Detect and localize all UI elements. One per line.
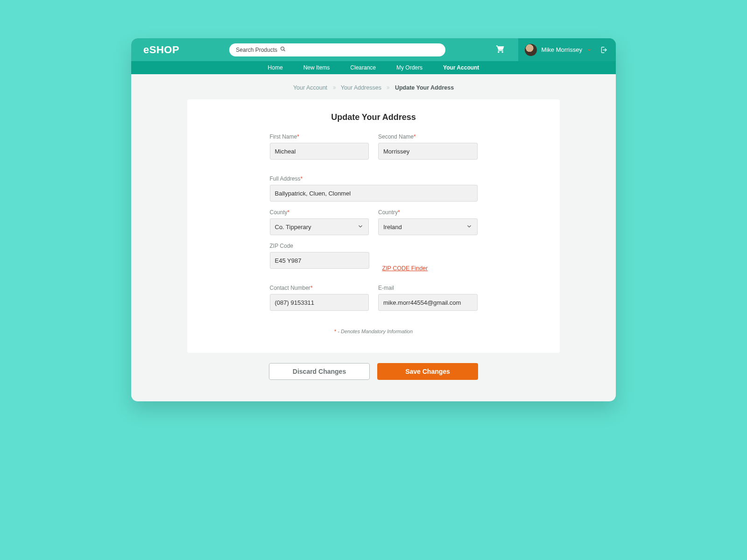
- full-address-field[interactable]: Ballypatrick, Cluen, Clonmel: [270, 185, 478, 202]
- nav-my-orders[interactable]: My Orders: [396, 64, 423, 71]
- search-icon: [277, 46, 286, 53]
- form-title: Update Your Address: [215, 112, 532, 122]
- nav-your-account[interactable]: Your Account: [443, 64, 479, 71]
- country-select[interactable]: Ireland: [378, 218, 478, 235]
- first-name-label: First Name*: [270, 133, 369, 140]
- user-menu[interactable]: Mike Morrissey: [518, 38, 616, 61]
- chevron-right-icon: [332, 85, 337, 91]
- second-name-field[interactable]: Morrissey: [378, 143, 478, 160]
- crumb-your-account[interactable]: Your Account: [293, 84, 327, 91]
- nav-new-items[interactable]: New Items: [303, 64, 330, 71]
- chevron-down-icon: [466, 223, 472, 231]
- chevron-right-icon: [386, 85, 390, 91]
- discard-button[interactable]: Discard Changes: [269, 363, 370, 380]
- search-placeholder: Search Products: [236, 47, 277, 53]
- form-actions: Discard Changes Save Changes: [131, 363, 616, 380]
- logout-icon[interactable]: [600, 46, 607, 54]
- svg-point-0: [281, 47, 284, 50]
- search-input[interactable]: Search Products: [229, 43, 445, 56]
- email-field[interactable]: mike.morr44554@gmail.com: [378, 294, 478, 311]
- contact-field[interactable]: (087) 9153311: [270, 294, 369, 311]
- zip-finder-link[interactable]: ZIP CODE Finder: [382, 265, 428, 276]
- save-button[interactable]: Save Changes: [377, 363, 478, 380]
- mandatory-note: * - Denotes Mandatory Information: [270, 329, 478, 334]
- nav-clearance[interactable]: Clearance: [350, 64, 376, 71]
- crumb-your-addresses[interactable]: Your Addresses: [341, 84, 381, 91]
- breadcrumb: Your Account Your Addresses Update Your …: [131, 84, 616, 91]
- full-address-label: Full Address*: [270, 175, 478, 182]
- county-label: County*: [270, 209, 369, 216]
- app-window: eSHOP Search Products Mike Morrissey: [131, 38, 616, 401]
- email-label: E-mail: [378, 285, 478, 291]
- zip-label: ZIP Code: [270, 243, 369, 249]
- chevron-down-icon: [357, 223, 364, 231]
- user-name: Mike Morrissey: [542, 46, 582, 53]
- topbar: eSHOP Search Products Mike Morrissey: [131, 38, 616, 61]
- second-name-label: Second Name*: [378, 133, 478, 140]
- chevron-down-icon: [587, 48, 592, 52]
- nav-home[interactable]: Home: [268, 64, 283, 71]
- first-name-field[interactable]: Micheal: [270, 143, 369, 160]
- crumb-current: Update Your Address: [395, 84, 454, 91]
- address-form-card: Update Your Address First Name* Micheal …: [187, 99, 560, 353]
- search-wrap: Search Products: [188, 43, 487, 56]
- site-logo[interactable]: eSHOP: [143, 44, 179, 56]
- zip-field[interactable]: E45 Y987: [270, 252, 369, 269]
- main-nav: Home New Items Clearance My Orders Your …: [131, 61, 616, 74]
- svg-line-1: [284, 50, 285, 51]
- cart-icon[interactable]: [496, 44, 505, 56]
- county-select[interactable]: Co. Tipperary: [270, 218, 369, 235]
- contact-label: Contact Number*: [270, 285, 369, 291]
- avatar: [525, 44, 537, 56]
- country-label: Country*: [378, 209, 478, 216]
